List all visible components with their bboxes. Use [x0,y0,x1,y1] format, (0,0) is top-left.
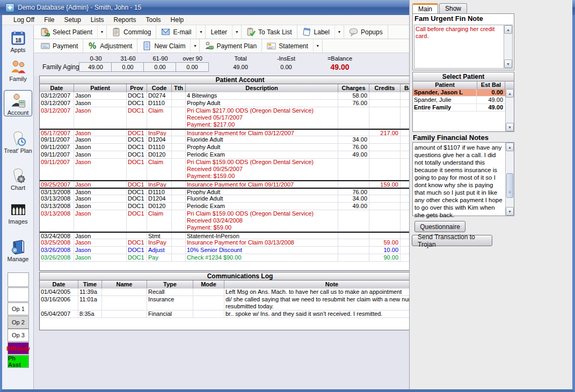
status-ph-asst-button[interactable]: Ph Asst [8,355,29,368]
toolbar-payment-plan-button[interactable]: Payment Plan [200,39,261,53]
col-header-tth[interactable]: Tth [172,84,186,92]
sidebar-item-manage[interactable]: Manage [3,239,33,262]
col-header-charges[interactable]: Charges [338,84,369,92]
dropdown-arrow-icon[interactable]: ▼ [313,39,322,53]
dropdown-arrow-icon[interactable]: ▼ [232,25,241,39]
toolbar-new-claim-button[interactable]: New Claim [137,39,190,53]
cell-tth [172,136,186,143]
toolbar-statement-button[interactable]: Statement [262,39,313,53]
toolbar-payment-button[interactable]: Payment [36,39,83,53]
op-blank-box[interactable] [8,287,29,302]
menu-tools[interactable]: Tools [141,16,166,24]
cell-date: 05/17/2007 [40,130,74,136]
account-row[interactable]: 03/12/2007JasonDOC1D1110Prophy Adult76.0… [40,100,431,107]
dropdown-arrow-icon[interactable]: ▼ [334,25,344,39]
commlog-row[interactable]: 03/16/200611:01aInsurancedi/ she called … [40,296,440,310]
account-row[interactable]: 03/24/2008JasonStmtStatement-InPerson [40,232,431,239]
scroll-up-icon[interactable]: ▲ [506,143,514,151]
account-row[interactable]: 03/13/2008JasonDOC1D0120Periodic Exam49.… [40,203,431,210]
toolbar-adjustment-button[interactable]: %Adjustment [83,39,137,53]
account-row[interactable]: 03/13/2008JasonDOC1D1204Fluoride Adult34… [40,195,431,203]
select-patient-row[interactable]: Entire Family49.00 [413,104,505,112]
col-header-patient[interactable]: Patient [74,84,127,92]
family-notes-scrollbar[interactable]: ▲ ▼ [505,143,514,216]
col-header-note[interactable]: Note [224,280,439,289]
account-row[interactable]: 09/25/2007JasonDOC1InsPayInsurance Payme… [40,180,431,188]
scroll-down-icon[interactable]: ▼ [506,123,514,131]
select-patient-scrollbar[interactable]: ▲ ▼ [505,89,514,131]
op-button-op-1[interactable]: Op 1 [8,302,29,315]
menu-lists[interactable]: Lists [86,16,109,24]
toolbar-letter-button[interactable]: Letter [206,25,232,39]
col-header-date[interactable]: Date [40,280,78,289]
scroll-up-icon[interactable]: ▲ [504,25,512,34]
menu-reports[interactable]: Reports [109,16,141,24]
sidebar-item-family[interactable]: Family [3,58,33,82]
toolbar-label-button[interactable]: Label [297,25,334,39]
sidebar-item-label: Manage [3,256,33,262]
scroll-down-icon[interactable]: ▼ [504,60,512,68]
aging-total: Total 49.00 [223,55,258,72]
col-header-date[interactable]: Date [40,84,74,92]
questionnaire-button[interactable]: Questionnaire [414,221,465,232]
account-row[interactable]: 03/12/2007JasonDOC1D02744 Bitewings58.00… [40,92,431,100]
op-button-op-2[interactable]: Op 2 [8,316,29,329]
col-header-type[interactable]: Type [147,280,193,289]
cell-code: InsPay [147,239,172,246]
account-row[interactable]: 03/26/2008JasonDOC1Adjust10% Senior Disc… [40,247,431,254]
toolbar-to-task-list-button[interactable]: To Task List [242,25,296,39]
account-row[interactable]: 09/11/2007JasonDOC1ClaimPri Claim $159.0… [40,159,431,180]
select-patient-row[interactable]: Spander, Jason L0.00 [413,89,505,97]
sidebar-item-treat-plan[interactable]: Treat' Plan [3,130,33,154]
op-blank-box[interactable] [8,272,29,287]
sidebar-item-account[interactable]: Account [4,90,32,116]
toolbar-select-patient-button[interactable]: Select Patient [36,25,97,39]
family-notes-scroll-thumb[interactable] [506,173,513,198]
status-ptready-button[interactable]: PtReady [8,342,29,354]
menu-help[interactable]: Help [166,16,189,24]
col-header-time[interactable]: Time [78,280,102,289]
dropdown-arrow-icon[interactable]: ▼ [97,25,106,39]
account-row[interactable]: 09/11/2007JasonDOC1D1110Prophy Adult76.0… [40,144,431,151]
account-row[interactable]: 09/11/2007JasonDOC1D0120Periodic Exam49.… [40,151,431,159]
account-row[interactable]: 03/13/2008JasonDOC1ClaimPri Claim $159.0… [40,210,431,232]
send-transaction-to-trojan-button[interactable]: Send Transaction to Trojan [412,235,492,246]
col-header-description[interactable]: Description [186,84,338,92]
toolbar-popups-button[interactable]: Popups [344,25,388,39]
account-row[interactable]: 03/26/2008JasonDOC1PayCheck #1234 $90.00… [40,254,431,262]
account-row[interactable]: 09/11/2007JasonDOC1D1204Fluoride Adult34… [40,136,431,144]
col-header-credits[interactable]: Credits [369,84,401,92]
urgent-note-scrollbar[interactable]: ▲ ▼ [504,25,512,68]
dropdown-arrow-icon[interactable]: ▼ [190,39,199,53]
scroll-up-icon[interactable]: ▲ [506,89,514,98]
tab-show[interactable]: Show [439,3,467,14]
aging-balance: =Balance 49.00 [313,55,367,72]
col-header-code[interactable]: Code [147,84,172,92]
select-patient-row[interactable]: Spander, Julie49.00 [413,97,505,104]
tab-main[interactable]: Main [412,3,438,14]
toolbar-e-mail-button[interactable]: E-mail [156,25,196,39]
commlog-row[interactable]: 05/04/20078:35aFinancialbr.. spoke w/ In… [40,310,440,318]
commlog-row[interactable]: 01/04/200511:39aRecallLeft Msg on Ans. M… [40,289,440,296]
op-button-op-3[interactable]: Op 3 [8,329,29,342]
cell-code: D0274 [147,92,172,99]
account-row[interactable]: 03/13/2008JasonDOC1D1110Prophy Adult76.0… [40,188,431,195]
urgent-fin-note-area[interactable]: Call before charging her credit card. ▲ … [414,25,513,69]
scroll-down-icon[interactable]: ▼ [506,207,514,216]
sidebar-item-chart[interactable]: Chart [3,167,33,191]
account-row[interactable]: 03/12/2007JasonDOC1ClaimPri Claim $217.0… [40,107,431,129]
col-header-name[interactable]: Name [102,280,147,289]
menu-file[interactable]: File [39,16,59,24]
col-header-prov[interactable]: Prov [127,84,147,92]
toolbar-commlog-button[interactable]: Commlog [107,25,156,39]
menu-log-off[interactable]: Log Off [9,16,39,24]
col-header-mode[interactable]: Mode [193,280,224,289]
sidebar-item-images[interactable]: Images [3,201,33,225]
dropdown-arrow-icon[interactable]: ▼ [196,25,205,39]
menu-setup[interactable]: Setup [59,16,85,24]
account-row[interactable]: 05/17/2007JasonDOC1InsPayInsurance Payme… [40,129,431,136]
bucket-label: 31-60 [112,55,144,62]
sidebar-item-appts[interactable]: 18Appts [3,29,33,53]
account-row[interactable]: 03/25/2008JasonDOC1InsPayInsurance Payme… [40,239,431,247]
family-financial-notes-box[interactable]: amount of $1107 if we have any questions… [412,142,514,216]
